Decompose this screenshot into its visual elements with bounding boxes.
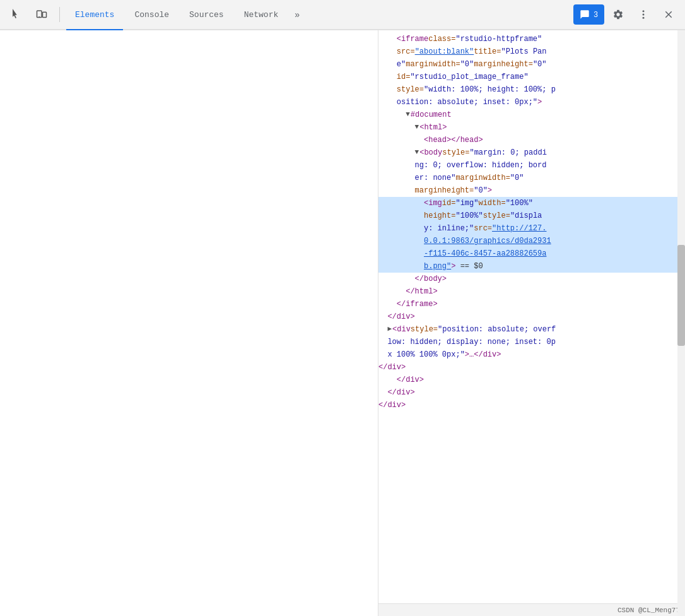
dom-line[interactable]: ▼<html> bbox=[378, 121, 685, 134]
dom-line[interactable]: </body> bbox=[378, 273, 685, 285]
dom-line[interactable]: er: none" marginwidth="0" bbox=[378, 172, 685, 184]
more-options-btn[interactable] bbox=[632, 3, 655, 26]
device-icon bbox=[36, 9, 47, 20]
close-devtools-btn[interactable] bbox=[657, 3, 680, 26]
scrollbar-thumb[interactable] bbox=[677, 245, 685, 346]
dom-content[interactable]: <iframe class="rstudio-httpframe" src="a… bbox=[378, 30, 685, 603]
dom-line[interactable]: src="about:blank" title="Plots Pan bbox=[378, 45, 685, 58]
cursor-icon bbox=[11, 9, 22, 20]
dom-line[interactable]: <head></head> bbox=[378, 134, 685, 146]
dom-line[interactable]: </html> bbox=[378, 285, 685, 298]
svg-point-4 bbox=[643, 14, 645, 16]
issues-icon bbox=[580, 9, 590, 20]
settings-btn[interactable] bbox=[607, 3, 629, 26]
dom-line[interactable]: <iframe class="rstudio-httpframe" bbox=[378, 33, 685, 45]
close-icon bbox=[663, 9, 674, 20]
badge-count: 3 bbox=[594, 10, 598, 19]
dom-line[interactable]: </div> bbox=[378, 399, 685, 412]
dom-line[interactable]: osition: absolute; inset: 0px;"> bbox=[378, 96, 685, 109]
dom-line[interactable]: id="rstudio_plot_image_frame" bbox=[378, 71, 685, 83]
dom-line[interactable]: ▼<body style="margin: 0; paddi bbox=[378, 146, 685, 159]
dom-line[interactable]: <img id="img" width="100%" bbox=[378, 197, 685, 210]
main-area: <iframe class="rstudio-httpframe" src="a… bbox=[0, 30, 685, 616]
more-tabs-btn[interactable]: » bbox=[290, 3, 305, 26]
right-panel: <iframe class="rstudio-httpframe" src="a… bbox=[378, 30, 685, 616]
tab-sources[interactable]: Sources bbox=[180, 0, 233, 30]
gear-icon bbox=[612, 9, 624, 20]
tab-console[interactable]: Console bbox=[126, 0, 178, 30]
left-panel bbox=[0, 30, 378, 616]
dom-line[interactable]: e" marginwidth="0" marginheight="0" bbox=[378, 58, 685, 71]
dom-line[interactable]: y: inline;" src="http://127. bbox=[378, 222, 685, 235]
svg-rect-0 bbox=[37, 11, 42, 18]
watermark-text: CSDN @CL_Meng77 bbox=[618, 607, 680, 614]
cursor-icon-btn[interactable] bbox=[5, 3, 28, 26]
dom-line[interactable]: ▶<div style="position: absolute; overf bbox=[378, 323, 685, 336]
dom-line[interactable]: low: hidden; display: none; inset: 0p bbox=[378, 336, 685, 348]
dom-line[interactable]: marginheight="0"> bbox=[378, 184, 685, 197]
toolbar-separator-1 bbox=[59, 7, 60, 22]
dom-line[interactable]: </div> bbox=[378, 386, 685, 399]
svg-rect-1 bbox=[43, 12, 47, 17]
dom-line[interactable]: 0.0.1:9863/graphics/d0da2931 bbox=[378, 235, 685, 247]
svg-point-5 bbox=[643, 17, 645, 19]
dom-line[interactable]: style="width: 100%; height: 100%; p bbox=[378, 83, 685, 96]
issues-badge-btn[interactable]: 3 bbox=[573, 4, 604, 25]
vertical-dots-icon bbox=[638, 9, 649, 20]
scrollbar[interactable] bbox=[677, 30, 685, 616]
tab-elements[interactable]: Elements bbox=[66, 0, 123, 30]
devtools-toolbar: Elements Console Sources Network » 3 bbox=[0, 0, 685, 30]
dom-line[interactable]: height="100%" style="displa bbox=[378, 210, 685, 222]
dom-line[interactable]: </div> bbox=[378, 374, 685, 386]
bottom-bar: CSDN @CL_Meng77 bbox=[378, 603, 685, 616]
dom-line[interactable]: b.png"> == $0 bbox=[378, 260, 685, 273]
dom-line[interactable]: -f115-406c-8457-aa28882659a bbox=[378, 247, 685, 260]
tab-network[interactable]: Network bbox=[235, 0, 288, 30]
dom-line[interactable]: </iframe> bbox=[378, 298, 685, 311]
dom-line[interactable]: ▼#document bbox=[378, 109, 685, 121]
device-toggle-btn[interactable] bbox=[30, 3, 53, 26]
dom-line[interactable]: </div> bbox=[378, 361, 685, 374]
dom-line[interactable]: ng: 0; overflow: hidden; bord bbox=[378, 159, 685, 172]
dom-line[interactable]: x 100% 100% 0px;">…</div> bbox=[378, 348, 685, 361]
dom-line[interactable]: </div> bbox=[378, 311, 685, 323]
svg-point-3 bbox=[643, 10, 645, 12]
